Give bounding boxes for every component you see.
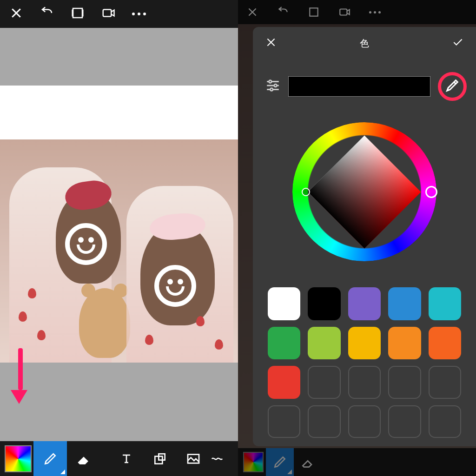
svg-point-11 xyxy=(270,88,273,91)
brush-button[interactable] xyxy=(33,441,67,476)
panel-confirm-button[interactable] xyxy=(452,36,464,51)
panel-header: 色 xyxy=(265,35,464,52)
annotation-arrow-down xyxy=(17,348,24,399)
close-icon xyxy=(246,6,258,18)
panel-title: 色 xyxy=(360,37,369,50)
color-picker-button[interactable] xyxy=(0,441,33,476)
color-swatch[interactable] xyxy=(308,287,340,320)
editor-pane-right: 色 xyxy=(238,0,476,476)
hue-wheel[interactable] xyxy=(292,122,436,262)
top-toolbar-dimmed xyxy=(238,0,476,24)
eraser-button[interactable] xyxy=(67,441,100,476)
eyedropper-icon[interactable] xyxy=(445,79,459,94)
video-icon xyxy=(338,6,350,18)
text-button[interactable] xyxy=(110,441,143,476)
svg-point-10 xyxy=(274,84,277,87)
color-swatch[interactable] xyxy=(268,287,300,320)
svg-rect-2 xyxy=(82,10,84,17)
svg-rect-1 xyxy=(72,10,73,17)
current-color-swatch[interactable] xyxy=(288,76,430,97)
color-swatch-empty[interactable] xyxy=(308,405,340,438)
color-swatch-empty[interactable] xyxy=(388,405,421,438)
color-swatch[interactable] xyxy=(348,327,381,359)
svg-rect-7 xyxy=(310,8,317,16)
frame-icon xyxy=(308,6,320,18)
color-swatch[interactable] xyxy=(268,366,300,398)
panel-close-button[interactable] xyxy=(265,36,277,51)
canvas-photo xyxy=(0,139,238,363)
color-swatch[interactable] xyxy=(429,327,461,359)
bottom-toolbar-dimmed xyxy=(238,448,476,476)
sliders-icon[interactable] xyxy=(265,78,281,95)
canvas-white-layer xyxy=(0,86,238,141)
color-swatch[interactable] xyxy=(348,287,381,320)
svg-rect-8 xyxy=(340,9,347,15)
color-swatch-empty[interactable] xyxy=(429,366,461,398)
bottom-toolbar xyxy=(0,441,238,476)
color-swatch[interactable] xyxy=(388,287,421,320)
canvas[interactable] xyxy=(0,28,238,441)
more-icon[interactable] xyxy=(132,13,146,15)
color-swatch-empty[interactable] xyxy=(268,405,300,438)
shape-button[interactable] xyxy=(143,441,177,476)
top-toolbar xyxy=(0,0,238,28)
color-swatch-empty[interactable] xyxy=(388,366,421,398)
color-panel: 色 xyxy=(253,27,476,446)
undo-icon xyxy=(277,6,289,18)
color-swatch[interactable] xyxy=(268,327,300,359)
color-swatch-empty[interactable] xyxy=(348,405,381,438)
color-swatch[interactable] xyxy=(308,327,340,359)
brush-button xyxy=(266,448,294,476)
image-button[interactable] xyxy=(177,441,210,476)
close-icon[interactable] xyxy=(9,6,23,22)
svg-rect-3 xyxy=(103,10,112,17)
color-swatch-empty[interactable] xyxy=(429,405,461,438)
color-picker-button xyxy=(238,448,266,476)
color-swatches xyxy=(265,287,464,438)
editor-pane-left xyxy=(0,0,238,476)
color-swatch[interactable] xyxy=(429,287,461,320)
eyedropper-highlight xyxy=(438,72,467,101)
more-tools-button[interactable] xyxy=(210,441,224,476)
video-icon[interactable] xyxy=(101,6,115,22)
color-swatch-empty[interactable] xyxy=(348,366,381,398)
frame-icon[interactable] xyxy=(71,6,85,22)
svg-point-9 xyxy=(269,80,272,83)
color-value-row xyxy=(265,72,464,101)
sv-handle[interactable] xyxy=(302,188,310,196)
undo-icon[interactable] xyxy=(40,6,54,22)
more-icon xyxy=(369,11,381,13)
svg-rect-0 xyxy=(73,8,82,18)
eraser-button xyxy=(294,448,322,476)
hue-handle[interactable] xyxy=(425,186,437,198)
color-swatch-empty[interactable] xyxy=(308,366,340,398)
color-swatch[interactable] xyxy=(388,327,421,359)
